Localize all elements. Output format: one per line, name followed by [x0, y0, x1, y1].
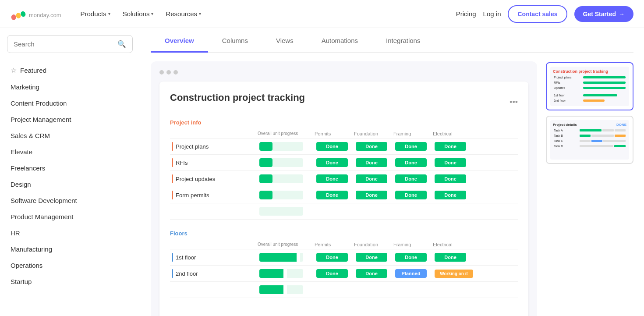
status-badge-working: Working on it	[435, 270, 473, 278]
nav-resources[interactable]: Resources ▾	[160, 7, 206, 21]
status-badge: Done	[316, 142, 348, 151]
status-badge: Done	[395, 253, 427, 262]
sidebar-item-freelancers[interactable]: Freelancers	[7, 160, 133, 176]
window-dots	[159, 70, 528, 75]
progress-bar	[259, 174, 303, 183]
row-indicator	[172, 174, 173, 183]
status-badge: Done	[435, 158, 466, 167]
search-box[interactable]: 🔍	[7, 35, 133, 53]
nav-right: Pricing Log in Contact sales Get Started…	[456, 5, 633, 23]
sidebar-item-marketing[interactable]: Marketing	[7, 79, 133, 95]
status-badge: Done	[395, 191, 427, 199]
chevron-down-icon: ▾	[199, 11, 201, 16]
status-badge: Done	[316, 191, 348, 199]
get-started-button[interactable]: Get Started →	[574, 6, 633, 22]
empty-progress-bar	[259, 207, 303, 216]
thumbnail-image-2: Project details DONE Task A	[550, 120, 629, 160]
tab-automations[interactable]: Automations	[308, 30, 372, 53]
logo-text: monday.com	[29, 8, 61, 20]
status-badge: Done	[356, 174, 387, 183]
status-badge: Done	[435, 253, 466, 262]
svg-point-0	[11, 14, 16, 20]
dot-2	[166, 70, 171, 75]
section-title-project-info: Project info	[170, 119, 518, 126]
progress-bar	[259, 142, 303, 151]
status-badge: Done	[316, 158, 348, 167]
row-indicator-blue	[172, 269, 173, 278]
thumbnail-image-1: Construction project tracking Project pl…	[550, 67, 629, 106]
svg-point-2	[20, 11, 26, 18]
more-options-icon[interactable]: •••	[510, 98, 518, 107]
search-icon: 🔍	[117, 40, 126, 48]
tab-columns[interactable]: Columns	[208, 30, 262, 53]
status-badge: Done	[356, 269, 387, 278]
progress-bar	[259, 269, 303, 278]
progress-bar	[259, 191, 303, 199]
sidebar-item-featured[interactable]: ☆ Featured	[7, 62, 133, 79]
add-row	[170, 282, 518, 298]
table-row: Form permits Done Done Done Done	[170, 187, 518, 203]
sidebar-item-content-production[interactable]: Content Production	[7, 95, 133, 111]
tab-overview[interactable]: Overview	[151, 30, 208, 53]
sidebar-item-startup[interactable]: Startup	[7, 273, 133, 290]
table-row: 2nd floor Done Done Pl	[170, 266, 518, 282]
logo[interactable]: monday.com	[11, 6, 61, 22]
section-title-floors: Floors	[170, 230, 518, 237]
contact-sales-button[interactable]: Contact sales	[508, 5, 567, 23]
nav-login-link[interactable]: Log in	[483, 10, 501, 18]
empty-progress-bar	[259, 285, 303, 294]
content-area: Overview Columns Views Automations Integ…	[140, 28, 644, 316]
row-indicator	[172, 142, 173, 151]
search-input[interactable]	[14, 40, 114, 48]
project-info-section: Project info Overall unit progress Permi…	[170, 119, 518, 220]
status-badge: Done	[395, 174, 427, 183]
star-icon: ☆	[11, 66, 17, 75]
template-title: Construction project tracking	[170, 92, 305, 103]
sidebar-item-product-management[interactable]: Product Management	[7, 209, 133, 225]
dot-1	[159, 70, 164, 75]
status-badge: Done	[356, 158, 387, 167]
nav-products[interactable]: Products ▾	[75, 7, 115, 21]
status-badge: Done	[316, 174, 348, 183]
tab-views[interactable]: Views	[262, 30, 308, 53]
monday-logo-icon	[11, 6, 26, 22]
main-container: 🔍 ☆ Featured Marketing Content Productio…	[0, 28, 644, 316]
spacer	[172, 207, 173, 216]
nav-links: Products ▾ Solutions ▾ Resources ▾	[75, 7, 206, 21]
sidebar-item-hr[interactable]: HR	[7, 225, 133, 241]
sidebar-item-manufacturing[interactable]: Manufacturing	[7, 241, 133, 257]
svg-point-1	[16, 12, 21, 18]
add-row	[170, 203, 518, 220]
template-main-preview: Construction project tracking ••• Projec…	[151, 61, 537, 316]
status-badge: Done	[395, 142, 427, 151]
sidebar-item-operations[interactable]: Operations	[7, 257, 133, 273]
status-badge: Done	[356, 142, 387, 151]
tab-integrations[interactable]: Integrations	[372, 30, 434, 53]
floors-section: Floors Overall unit progress Permits Fou…	[170, 230, 518, 298]
nav-solutions[interactable]: Solutions ▾	[117, 7, 159, 21]
table-row: 1st floor Done Done Do	[170, 249, 518, 266]
thumbnail-2[interactable]: Project details DONE Task A	[546, 116, 633, 164]
progress-bar	[259, 158, 303, 167]
status-badge: Done	[316, 253, 348, 262]
navbar: monday.com Products ▾ Solutions ▾ Resour…	[0, 0, 644, 28]
sidebar-item-sales-crm[interactable]: Sales & CRM	[7, 128, 133, 144]
table-row: Project plans Done Done Done Done	[170, 138, 518, 155]
thumbnail-1[interactable]: Construction project tracking Project pl…	[546, 62, 633, 110]
sidebar-item-elevate[interactable]: Elevate	[7, 144, 133, 160]
table-header-2: Overall unit progress Permits Foundation…	[170, 240, 518, 249]
sidebar-item-design[interactable]: Design	[7, 176, 133, 192]
status-badge: Done	[435, 142, 466, 151]
sidebar-item-software-development[interactable]: Software Development	[7, 192, 133, 209]
chevron-down-icon: ▾	[108, 11, 110, 16]
thumbnail-sidebar: Construction project tracking Project pl…	[546, 61, 633, 316]
nav-pricing-link[interactable]: Pricing	[456, 10, 476, 18]
row-indicator-blue	[172, 253, 173, 262]
arrow-right-icon: →	[619, 11, 625, 18]
tabs-bar: Overview Columns Views Automations Integ…	[151, 28, 633, 53]
table-row: RFIs Done Done Done Done	[170, 155, 518, 171]
status-badge: Done	[356, 253, 387, 262]
sidebar-item-project-management[interactable]: Project Management	[7, 111, 133, 128]
table-row: Project updates Done Done Done Done	[170, 171, 518, 187]
status-badge: Done	[435, 174, 466, 183]
